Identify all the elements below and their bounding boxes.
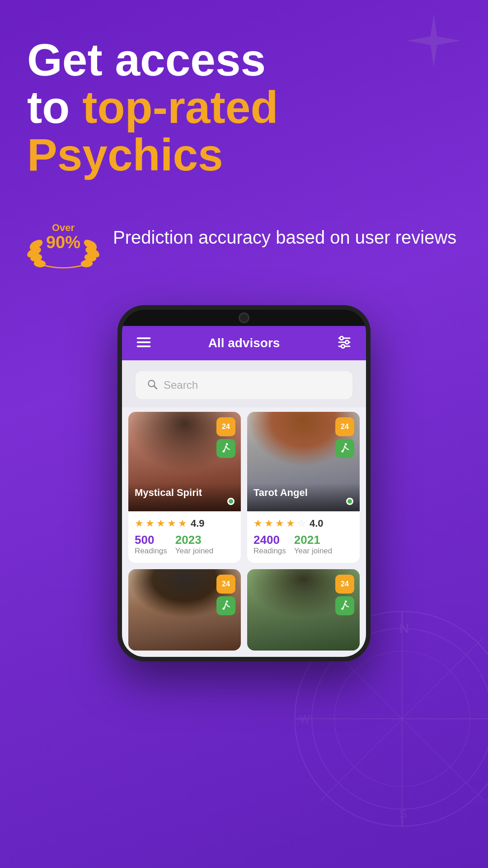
advisor-image-2: 24 Tarot Angel [247,412,360,511]
svg-point-31 [340,336,343,340]
advisor-card-4[interactable]: 24 [247,569,360,651]
svg-line-37 [154,386,157,389]
readings-stat-2: 2400 Readings [253,534,286,556]
hero-title: Get access to top-rated Psychics [27,36,461,179]
readings-value-2: 2400 [253,534,286,546]
laurel-over-label: Over [46,222,80,233]
star-1-1: ★ [135,518,144,529]
svg-text:S: S [399,807,407,820]
badge-24-2: 24 [335,417,354,436]
app-body: 24 Mystical Spirit [122,407,366,657]
year-value-1: 2023 [175,534,213,546]
filter-sliders-icon[interactable] [336,334,352,352]
hero-title-to: to [27,82,82,132]
laurel-percentage: 90% [46,233,80,252]
app-header: All advisors [122,326,366,360]
svg-point-24 [81,260,92,267]
phone-mockup: All advisors [0,305,488,661]
readings-label-2: Readings [253,547,286,556]
advisor-card-2[interactable]: 24 Tarot Angel [247,412,360,563]
badge-run-4 [335,596,354,615]
app-header-title: All advisors [208,336,280,350]
hero-section: Get access to top-rated Psychics [0,0,488,179]
svg-point-40 [226,600,228,603]
advisor-card-1[interactable]: 24 Mystical Spirit [128,412,241,563]
badges-wrap-2: 24 [335,417,354,458]
svg-point-38 [226,443,228,445]
accuracy-section: Over 90% Prediction accuracy based on us… [0,201,488,274]
search-placeholder: Search [164,379,198,392]
badges-wrap-3: 24 [216,575,235,615]
hamburger-icon[interactable] [136,334,152,352]
star-1-4: ★ [167,518,176,529]
year-stat-2: 2021 Year joined [294,534,332,556]
star-2-5: ☆ [297,518,306,529]
star-1-2: ★ [145,518,155,529]
hero-title-psychics: Psychics [27,129,223,180]
hero-title-highlight: top-rated [82,82,278,132]
laurel-text: Over 90% [46,222,80,252]
year-label-2: Year joined [294,547,332,556]
svg-point-18 [34,260,45,267]
svg-point-35 [341,344,345,348]
rating-num-1: 4.9 [191,518,205,529]
badge-24-1: 24 [216,417,235,436]
readings-stat-1: 500 Readings [135,534,167,556]
advisor-name-1: Mystical Spirit [128,483,241,511]
badges-wrap-1: 24 [216,417,235,458]
svg-point-41 [345,600,347,603]
year-value-2: 2021 [294,534,332,546]
online-dot-2 [346,498,353,505]
year-stat-1: 2023 Year joined [175,534,213,556]
star-2-3: ★ [275,518,284,529]
readings-value-1: 500 [135,534,167,546]
star-1-3: ★ [156,518,165,529]
online-dot-1 [227,498,235,505]
stats-row-1: 500 Readings 2023 Year joined [135,534,235,556]
advisor-info-1: ★ ★ ★ ★ ★ 4.9 500 Readings [128,511,241,563]
svg-point-39 [345,443,347,445]
search-icon [146,378,158,392]
advisor-image-1: 24 Mystical Spirit [128,412,241,511]
star-2-1: ★ [253,518,263,529]
stars-row-2: ★ ★ ★ ★ ☆ 4.0 [253,518,353,529]
svg-text:W: W [300,713,310,726]
advisor-name-2: Tarot Angel [247,483,360,511]
readings-label-1: Readings [135,547,167,556]
badge-24-4: 24 [335,575,354,594]
badge-run-2 [335,439,354,458]
year-label-1: Year joined [175,547,213,556]
badge-run-3 [216,596,235,615]
hero-title-line1: Get access [27,34,266,85]
stats-row-2: 2400 Readings 2021 Year joined [253,534,353,556]
phone-notch [122,310,366,326]
advisor-image-4: 24 [247,569,360,651]
stars-row-1: ★ ★ ★ ★ ★ 4.9 [135,518,235,529]
phone-frame: All advisors [117,305,371,661]
star-2-4: ★ [286,518,295,529]
star-1-5: ★ [178,518,187,529]
badges-wrap-4: 24 [335,575,354,615]
svg-point-33 [345,340,349,344]
badge-24-3: 24 [216,575,235,594]
advisor-card-3[interactable]: 24 [128,569,241,651]
phone-camera [239,312,249,323]
search-bar[interactable]: Search [136,371,352,399]
badge-run-1 [216,439,235,458]
advisor-image-3: 24 [128,569,241,651]
accuracy-description: Prediction accuracy based on user review… [113,226,456,249]
star-2-2: ★ [264,518,273,529]
rating-num-2: 4.0 [310,518,324,529]
laurel-badge: Over 90% [27,201,99,274]
advisor-grid: 24 Mystical Spirit [128,412,360,651]
advisor-info-2: ★ ★ ★ ★ ☆ 4.0 2400 Readings [247,511,360,563]
